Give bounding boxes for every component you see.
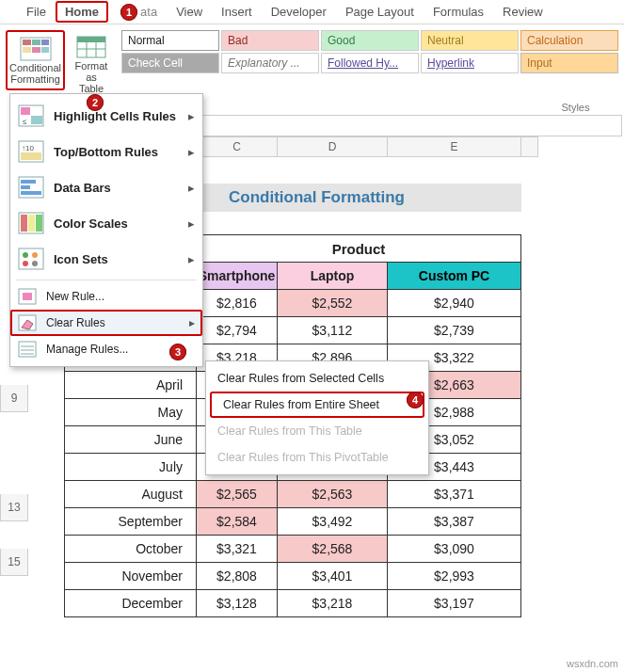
badge-4: 4: [407, 392, 424, 408]
cell[interactable]: $2,565: [197, 481, 278, 508]
format-as-table-button[interactable]: Format as Table: [71, 30, 112, 98]
style-bad[interactable]: Bad: [221, 30, 319, 51]
menu-tbr-label: Top/Bottom Rules: [54, 145, 158, 159]
svg-point-29: [32, 252, 38, 258]
svg-rect-17: [21, 152, 41, 160]
cell[interactable]: $2,993: [388, 563, 521, 590]
cell[interactable]: $2,584: [197, 508, 278, 536]
svg-rect-1: [23, 40, 31, 45]
color-scales-icon: [18, 212, 44, 234]
cell[interactable]: $2,552: [278, 290, 388, 317]
tab-review[interactable]: Review: [493, 1, 552, 23]
svg-point-30: [23, 261, 28, 266]
col-e[interactable]: E: [388, 136, 521, 157]
cell[interactable]: $2,940: [388, 290, 521, 317]
svg-rect-35: [19, 342, 36, 357]
cell[interactable]: $2,739: [388, 317, 521, 344]
clear-this-pivot: Clear Rules from This PivotTable: [206, 444, 428, 471]
cell[interactable]: $3,492: [278, 508, 388, 536]
menu-new-label: New Rule...: [46, 290, 104, 303]
product-header: Product: [197, 235, 521, 263]
tab-home[interactable]: Home: [56, 1, 108, 23]
top-bottom-icon: ↑10: [18, 140, 44, 163]
menu-highlight-cells-rules[interactable]: ≤ Highlight Cells Rules ▸: [10, 98, 202, 134]
formula-bar[interactable]: fx: [163, 115, 622, 136]
sheet-title-text: Conditional Formatting: [229, 188, 405, 207]
cell[interactable]: $2,568: [278, 536, 388, 563]
cell[interactable]: $2,808: [197, 563, 278, 590]
tab-file[interactable]: File: [17, 1, 56, 23]
tab-formulas[interactable]: Formulas: [424, 1, 493, 23]
col-c[interactable]: C: [197, 136, 278, 157]
row-13[interactable]: 13: [0, 494, 28, 521]
menu-data-bars[interactable]: Data Bars ▸: [10, 169, 202, 205]
svg-rect-24: [21, 215, 27, 232]
cell[interactable]: $3,371: [388, 481, 521, 508]
data-bars-icon: [18, 176, 44, 199]
row-15[interactable]: 15: [0, 549, 28, 576]
cell-month[interactable]: June: [65, 426, 197, 454]
style-hyperlink[interactable]: Hyperlink: [421, 53, 519, 73]
style-normal[interactable]: Normal: [121, 30, 219, 51]
tab-developer[interactable]: Developer: [262, 1, 336, 23]
icon-sets-icon: [18, 248, 44, 270]
sheet-title: Conditional Formatting: [197, 184, 521, 212]
cell-month[interactable]: September: [65, 508, 197, 536]
row-9[interactable]: 9: [0, 385, 28, 412]
cell-month[interactable]: July: [65, 454, 197, 481]
conditional-formatting-icon: [19, 36, 53, 62]
clear-rules-icon: [18, 314, 37, 331]
col-smartphone: Smartphone: [197, 263, 278, 290]
menu-top-bottom-rules[interactable]: ↑10 Top/Bottom Rules ▸: [10, 134, 202, 169]
menu-icon-sets[interactable]: Icon Sets ▸: [10, 241, 202, 277]
cell[interactable]: $2,563: [278, 481, 388, 508]
col-d[interactable]: D: [278, 136, 388, 157]
cell[interactable]: $3,401: [278, 563, 388, 590]
cell-month[interactable]: April: [65, 372, 197, 399]
format-as-table-icon: [74, 34, 108, 60]
tab-insert[interactable]: Insert: [212, 1, 262, 23]
chevron-right-icon: ▸: [188, 181, 195, 195]
cell[interactable]: $3,128: [197, 590, 278, 617]
svg-rect-22: [21, 191, 41, 195]
col-custom-pc: Custom PC: [388, 263, 521, 290]
svg-point-28: [23, 252, 28, 258]
style-input[interactable]: Input: [520, 53, 618, 73]
tab-view[interactable]: View: [167, 1, 212, 23]
conditional-formatting-button[interactable]: Conditional Formatting: [6, 30, 65, 90]
menu-manage-label: Manage Rules...: [46, 343, 128, 356]
style-explanatory[interactable]: Explanatory ...: [221, 53, 319, 73]
cell[interactable]: $3,387: [388, 508, 521, 536]
cell-month[interactable]: December: [65, 590, 197, 617]
style-calculation[interactable]: Calculation: [520, 30, 618, 51]
cell[interactable]: $3,321: [197, 536, 278, 563]
clear-this-table: Clear Rules from This Table: [206, 418, 428, 444]
cell[interactable]: $3,197: [388, 590, 521, 617]
style-neutral[interactable]: Neutral: [421, 30, 519, 51]
style-good[interactable]: Good: [321, 30, 419, 51]
tab-page-layout[interactable]: Page Layout: [336, 1, 424, 23]
menu-color-scales[interactable]: Color Scales ▸: [10, 205, 202, 241]
cell[interactable]: $2,794: [197, 317, 278, 344]
cell[interactable]: $3,090: [388, 536, 521, 563]
menu-clear-rules[interactable]: Clear Rules ▸: [10, 310, 202, 336]
clear-entire-sheet[interactable]: Clear Rules from Entire Sheet: [210, 392, 424, 418]
cell[interactable]: $3,218: [278, 590, 388, 617]
cell-month[interactable]: November: [65, 563, 197, 590]
clear-selected-cells[interactable]: Clear Rules from Selected Cells: [206, 365, 428, 392]
menu-clear-label: Clear Rules: [46, 316, 105, 329]
svg-rect-25: [28, 215, 35, 232]
chevron-right-icon: ▸: [188, 216, 195, 231]
menu-cs-label: Color Scales: [54, 216, 128, 231]
cell[interactable]: $3,112: [278, 317, 388, 344]
cell-month[interactable]: May: [65, 399, 197, 426]
cell-month[interactable]: August: [65, 481, 197, 508]
cell[interactable]: $2,816: [197, 290, 278, 317]
cell-month[interactable]: October: [65, 536, 197, 563]
svg-text:≤: ≤: [23, 118, 27, 126]
svg-rect-6: [41, 47, 49, 53]
menu-new-rule[interactable]: New Rule...: [10, 283, 202, 310]
style-check-cell[interactable]: Check Cell: [121, 53, 219, 73]
style-followed-hyperlink[interactable]: Followed Hy...: [321, 53, 419, 73]
conditional-formatting-menu: ≤ Highlight Cells Rules ▸ ↑10 Top/Bottom…: [9, 93, 203, 367]
